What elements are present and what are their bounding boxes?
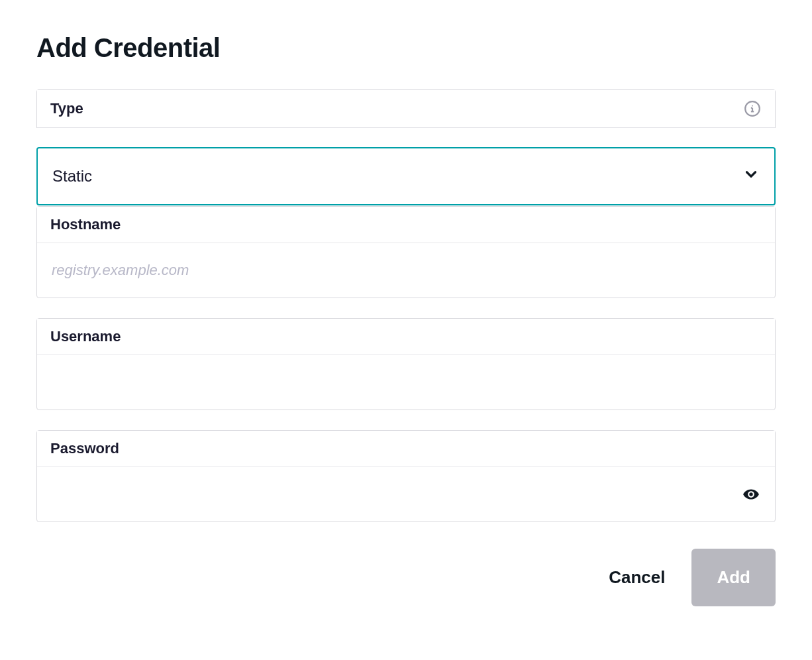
type-field-group: Type Static xyxy=(36,89,776,206)
hostname-label: Hostname xyxy=(50,216,121,233)
type-select-value: Static xyxy=(52,167,92,186)
chevron-down-icon xyxy=(742,166,760,187)
hostname-field-group: Hostname xyxy=(36,206,776,298)
dialog-actions: Cancel Add xyxy=(36,549,776,606)
cancel-button[interactable]: Cancel xyxy=(609,567,665,588)
hostname-field-header: Hostname xyxy=(37,207,775,243)
type-select[interactable]: Static xyxy=(36,147,776,205)
username-field-header: Username xyxy=(37,319,775,355)
username-label: Username xyxy=(50,328,121,345)
page-title: Add Credential xyxy=(36,33,776,63)
username-field-group: Username xyxy=(36,318,776,410)
type-label: Type xyxy=(50,100,83,117)
username-input[interactable] xyxy=(37,355,775,410)
svg-point-2 xyxy=(752,105,753,107)
password-field-header: Password xyxy=(37,431,775,467)
password-field-group: Password xyxy=(36,430,776,522)
password-input[interactable] xyxy=(37,467,740,522)
eye-icon[interactable] xyxy=(740,484,762,505)
add-button[interactable]: Add xyxy=(691,549,776,606)
hostname-input[interactable] xyxy=(37,243,775,298)
info-icon[interactable] xyxy=(743,99,762,118)
password-label: Password xyxy=(50,440,119,457)
type-field-header: Type xyxy=(37,90,775,128)
